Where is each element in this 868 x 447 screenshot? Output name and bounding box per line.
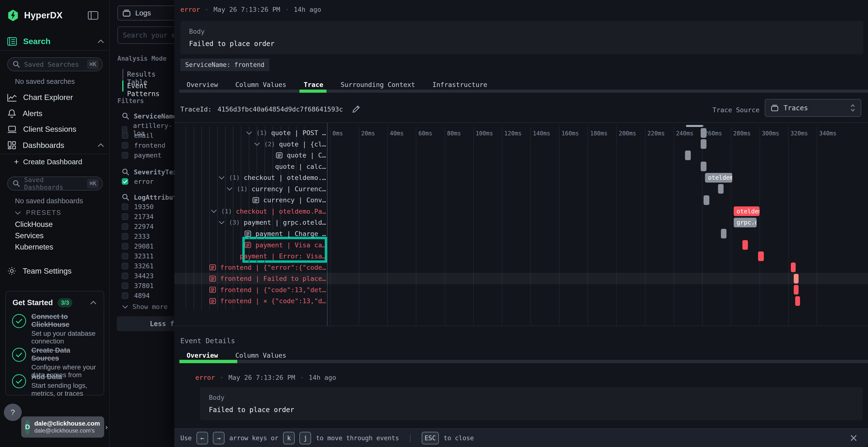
tab-column-values[interactable]: Column Values	[235, 81, 286, 89]
checkbox-icon[interactable]	[122, 263, 128, 269]
trace-span-row[interactable]: frontend | {"code":13,"det…	[209, 284, 326, 295]
trace-span-row[interactable]: (2)quote | {cl…	[254, 138, 326, 149]
filter-checkbox-22974[interactable]: 22974	[122, 223, 154, 230]
trace-span-row[interactable]: (1)checkout | oteldemo.Pa…	[211, 206, 326, 217]
filter-checkbox-34423[interactable]: 34423	[122, 272, 154, 280]
presets-toggle[interactable]: PRESETS	[14, 209, 61, 216]
get-started-step[interactable]: Connect to ClickHouseSet up your databas…	[12, 313, 99, 345]
trace-span-bar[interactable]: grpc.o	[734, 218, 756, 227]
trace-span-bar[interactable]: oteldem	[734, 206, 760, 216]
trace-source-select[interactable]: Traces	[765, 99, 861, 117]
details-tab-overview[interactable]: Overview	[187, 352, 218, 359]
trace-span-bar[interactable]: oteldem	[705, 173, 732, 182]
chevron-down-icon[interactable]	[246, 131, 252, 135]
close-icon[interactable]: ✕	[849, 432, 858, 444]
filter-checkbox-19350[interactable]: 19350	[122, 203, 154, 210]
edit-pencil-icon[interactable]	[352, 105, 360, 113]
chevron-down-icon[interactable]	[254, 142, 260, 146]
sidebar-item-chart-explorer[interactable]: Chart Explorer	[7, 93, 102, 102]
chevron-down-icon[interactable]	[211, 209, 217, 213]
sidebar-item-team-settings[interactable]: Team Settings	[7, 266, 102, 276]
filter-checkbox-29081[interactable]: 29081	[122, 243, 154, 250]
chevron-down-icon[interactable]	[218, 176, 225, 180]
trace-span-row[interactable]: frontend | × {"code":13,"d…	[209, 296, 326, 307]
chevron-down-icon[interactable]	[218, 220, 225, 225]
trace-span-bar[interactable]	[791, 263, 796, 272]
trace-span-bar[interactable]	[701, 162, 707, 171]
get-started-step[interactable]: Add DataStart sending logs, metrics, or …	[12, 373, 99, 398]
checkbox-icon[interactable]	[122, 213, 128, 220]
saved-searches-input[interactable]: Saved Searches ⌘K	[7, 57, 103, 71]
service-name-chip[interactable]: ServiceName: frontend	[180, 59, 269, 71]
trace-span-row[interactable]: payment | Visa ca…	[244, 239, 326, 250]
checkbox-icon[interactable]	[122, 142, 128, 148]
trace-span-bar[interactable]	[721, 229, 727, 238]
trace-span-bar[interactable]	[704, 195, 709, 205]
filter-checkbox-37801[interactable]: 37801	[122, 282, 154, 289]
trace-span-row[interactable]: (1)checkout | oteldemo.…	[218, 172, 326, 183]
tab-overview[interactable]: Overview	[187, 81, 218, 89]
filter-checkbox-4894[interactable]: 4894	[122, 292, 150, 299]
trace-span-row[interactable]: (3)payment | grpc.oteld…	[218, 217, 326, 228]
help-button[interactable]: ?	[4, 404, 22, 421]
filter-checkbox-2333[interactable]: 2333	[122, 233, 150, 240]
checkbox-icon[interactable]	[122, 152, 128, 159]
filter-checkbox-email[interactable]: email	[122, 132, 154, 139]
checkbox-icon[interactable]	[122, 282, 128, 289]
filter-checkbox-33261[interactable]: 33261	[122, 262, 154, 270]
trace-span-bar[interactable]	[701, 128, 707, 138]
mode-event-patterns[interactable]: Event Patterns	[127, 82, 174, 98]
trace-span-row[interactable]: payment | Charge …	[244, 228, 326, 239]
chevron-down-icon[interactable]	[226, 187, 233, 191]
tab-infrastructure[interactable]: Infrastructure	[433, 81, 488, 89]
checkbox-icon[interactable]	[122, 293, 128, 299]
trace-span-row[interactable]: (1)quote | POST …	[246, 128, 326, 138]
filter-checkbox-frontend[interactable]: frontend	[122, 142, 165, 149]
filter-checkbox-payment[interactable]: payment	[122, 151, 161, 159]
get-started-header[interactable]: Get Started 3/3	[12, 298, 97, 307]
checkbox-checked-icon[interactable]	[122, 178, 128, 185]
collapse-sidebar-icon[interactable]	[88, 11, 98, 20]
trace-span-bar[interactable]	[718, 184, 724, 194]
filter-checkbox-error[interactable]: error	[122, 178, 154, 185]
trace-span-bar[interactable]	[794, 285, 799, 295]
filter-checkbox-21734[interactable]: 21734	[122, 213, 154, 220]
sidebar-item-search[interactable]: Search	[7, 37, 102, 46]
checkbox-icon[interactable]	[122, 233, 128, 240]
sidebar-item-client-sessions[interactable]: Client Sessions	[7, 125, 102, 134]
saved-dashboards-input[interactable]: Saved Dashboards ⌘K	[7, 176, 103, 191]
tab-trace[interactable]: Trace	[304, 81, 323, 89]
show-more-button[interactable]: Show more	[122, 303, 167, 310]
trace-span-row[interactable]: currency | Conv…	[252, 195, 326, 206]
tree-timeline-divider[interactable]	[327, 123, 328, 325]
trace-span-bar[interactable]	[701, 139, 707, 149]
trace-span-row[interactable]: frontend | {"error":{"code…	[209, 262, 326, 273]
trace-span-row[interactable]: payment | Error: Visa…	[240, 251, 326, 262]
trace-span-bar[interactable]	[742, 240, 748, 250]
trace-span-row[interactable]: quote | C…	[276, 150, 326, 161]
sidebar-item-dashboards[interactable]: Dashboards	[7, 141, 102, 150]
checkbox-icon[interactable]	[122, 243, 128, 249]
sidebar-item-clickhouse[interactable]: ClickHouse	[15, 220, 53, 229]
trace-span-bar[interactable]	[794, 274, 799, 283]
filter-checkbox-32311[interactable]: 32311	[122, 252, 154, 260]
checkbox-icon[interactable]	[122, 223, 128, 230]
sidebar-item-services[interactable]: Services	[15, 232, 44, 240]
trace-span-row[interactable]: (1)currency | Currenc…	[226, 183, 326, 194]
trace-span-row[interactable]: frontend | Failed to place…	[209, 273, 326, 284]
checkbox-icon[interactable]	[122, 273, 128, 279]
tab-surrounding-context[interactable]: Surrounding Context	[341, 81, 415, 89]
trace-span-bar[interactable]	[685, 150, 691, 160]
sidebar-item-alerts[interactable]: Alerts	[7, 109, 102, 118]
sidebar-item-kubernetes[interactable]: Kubernetes	[15, 243, 53, 251]
create-dashboard-button[interactable]: + Create Dashboard	[14, 157, 82, 166]
checkbox-icon[interactable]	[122, 204, 128, 210]
trace-span-row[interactable]: quote | calc…	[275, 161, 326, 172]
trace-span-bar[interactable]	[795, 296, 800, 306]
user-menu[interactable]: D dale@clickhouse.com dale@clickhouse.co…	[21, 416, 104, 438]
trace-span-bar[interactable]	[758, 251, 764, 261]
checkbox-icon[interactable]	[122, 132, 128, 139]
checkbox-icon[interactable]	[122, 253, 128, 260]
severity-badge: error	[180, 6, 200, 13]
details-tab-column-values[interactable]: Column Values	[235, 352, 286, 359]
